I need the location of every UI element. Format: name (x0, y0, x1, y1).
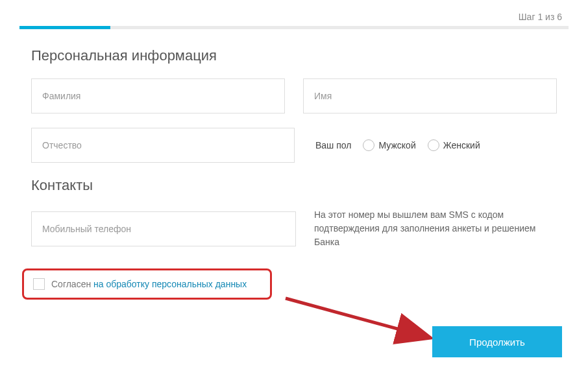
progress-fill (19, 26, 110, 29)
annotation-arrow (279, 279, 448, 350)
gender-group: Ваш пол Мужской Женский (313, 128, 557, 163)
gender-male-label: Мужской (378, 140, 415, 150)
radio-icon (363, 139, 374, 151)
continue-button[interactable]: Продолжить (432, 326, 562, 357)
consent-prefix: Согласен (51, 279, 93, 289)
step-indicator: Шаг 1 из 6 (19, 0, 569, 26)
patronymic-gender-row: Ваш пол Мужской Женский (19, 128, 569, 163)
radio-icon (428, 139, 439, 151)
gender-male-radio[interactable]: Мужской (363, 139, 415, 151)
phone-row: На этот номер мы вышлем вам SMS с кодом … (19, 208, 569, 249)
svg-line-1 (286, 298, 428, 337)
progress-bar (19, 26, 569, 29)
name-row (19, 78, 569, 113)
consent-checkbox[interactable] (33, 278, 45, 290)
consent-text-wrap: Согласен на обработку персональных данны… (51, 278, 247, 290)
contacts-title: Контакты (31, 177, 569, 194)
personal-info-title: Персональная информация (31, 47, 569, 64)
patronymic-field[interactable] (31, 128, 295, 163)
surname-field[interactable] (31, 78, 285, 113)
sms-hint: На этот номер мы вышлем вам SMS с кодом … (314, 208, 557, 249)
consent-link[interactable]: на обработку персональных данных (93, 279, 247, 289)
consent-highlight-box: Согласен на обработку персональных данны… (22, 268, 272, 300)
gender-female-radio[interactable]: Женский (428, 139, 480, 151)
name-field[interactable] (303, 78, 557, 113)
phone-field[interactable] (31, 211, 296, 246)
gender-label: Ваш пол (315, 140, 351, 150)
gender-female-label: Женский (443, 140, 480, 150)
